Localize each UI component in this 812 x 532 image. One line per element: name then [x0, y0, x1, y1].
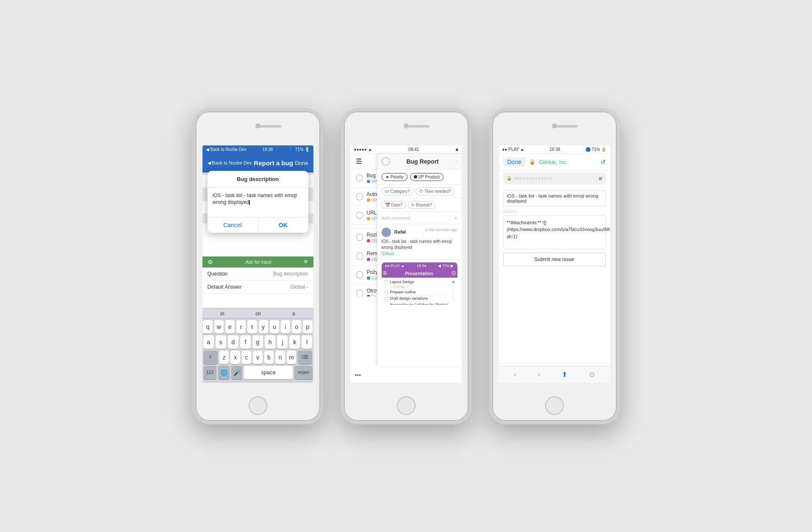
home-button-1[interactable] [249, 396, 267, 415]
phone-1: ◀ Back to Nozbe Dev 18:36 🔵 71% 🔋 ◀ Back… [192, 108, 324, 424]
share-icon[interactable]: ⬆ [562, 370, 567, 379]
key-b[interactable]: b [264, 351, 274, 364]
ask-header: ⚙ Ask for input ⚙ [202, 256, 313, 267]
date-tags: 📅 Date? ↻ Repeat? [377, 198, 462, 212]
key-l[interactable]: l [302, 335, 312, 349]
compass-icon[interactable]: ⊙ [589, 370, 595, 379]
key-o[interactable]: o [292, 320, 301, 334]
cancel-button[interactable]: Cancel [208, 217, 258, 233]
key-space[interactable]: space [244, 366, 293, 379]
vp-tag[interactable]: VP Product [410, 173, 443, 181]
phone-3: ●● PLAY ▲ 18:38 🔵 71% 🔋 Done 🔒 GitHub, I… [489, 108, 620, 424]
key-h[interactable]: h [265, 335, 275, 349]
suggestion-in[interactable]: in [220, 311, 224, 317]
suggestion-a[interactable]: a [292, 311, 295, 317]
avatar [382, 228, 391, 237]
preview-header: ☰ Presentation ⓘ [382, 269, 457, 278]
task-circle [356, 193, 363, 201]
back-icon[interactable]: ‹ [514, 370, 516, 378]
github-content: iOS - task list - task names with emoji … [499, 186, 610, 363]
preview-status-right: ◀ 72% ▶ [438, 264, 454, 268]
browser-bottom-nav: ‹ › ⬆ ⊙ [499, 366, 610, 383]
preview-task-name: Draft design variations [390, 296, 428, 301]
address-bar[interactable]: 🔒 ●●●●●●●●●●●●● ≡ [503, 173, 606, 184]
bug-panel-title: Bug Report [390, 158, 455, 165]
suggestion-on[interactable]: on [255, 311, 261, 317]
key-j[interactable]: j [277, 335, 288, 349]
gh-title-input[interactable]: iOS - task list - task names with emoji … [503, 190, 606, 206]
preview-task-sub: ♡ 2 ⏱ 8h ♡ [390, 285, 455, 289]
key-k[interactable]: k [289, 335, 300, 349]
key-t[interactable]: t [247, 320, 257, 334]
gh-body-input[interactable]: **Attachments:** ![] (https://www.dropbo… [503, 215, 606, 249]
date-tag[interactable]: 📅 Date? [382, 201, 406, 209]
key-y[interactable]: y [259, 320, 268, 334]
task-dot [367, 239, 370, 242]
key-x[interactable]: x [230, 351, 240, 364]
time-tag[interactable]: ⏱ Time needed? [416, 187, 455, 195]
task-dot [367, 295, 370, 296]
repeat-tag[interactable]: ↻ Repeat? [408, 201, 435, 209]
home-button-2[interactable] [397, 396, 416, 415]
keyboard-row-2: a s d f g h j k l [203, 335, 313, 349]
phone-2: ●●●●● ▲ 09:41 ■ ☰ Bug Rep... VP Produ... [341, 108, 472, 424]
home-button-3[interactable] [545, 396, 564, 415]
key-z[interactable]: z [219, 351, 229, 364]
ask-section: ⚙ Ask for input ⚙ Question Bug descripti… [202, 256, 313, 294]
add-comment[interactable]: Add comment ≡ [377, 212, 462, 224]
nav-back-btn[interactable]: ◀ Back to Nozbe Dev [208, 160, 252, 166]
key-m[interactable]: m [287, 351, 296, 364]
key-f[interactable]: f [240, 335, 251, 349]
date-label: Date? [391, 203, 403, 207]
star-empty-icon: ☆ [452, 290, 455, 294]
submit-issue-button[interactable]: Submit new issue [503, 253, 606, 266]
key-shift[interactable]: ⇧ [203, 351, 218, 364]
key-g[interactable]: g [252, 335, 263, 349]
clock-icon: ⏱ [419, 189, 423, 194]
key-v[interactable]: v [253, 351, 262, 364]
vp-dot [414, 175, 417, 178]
preview-circle [384, 290, 388, 294]
key-d[interactable]: d [228, 335, 238, 349]
list-icon: ≡ [454, 215, 457, 220]
dialog-input-area[interactable]: iOS - task list - task names with emoji … [208, 188, 308, 217]
refresh-icon[interactable]: ↺ [601, 159, 606, 165]
task-dot [367, 198, 370, 202]
comment-author: Rafał [394, 229, 406, 234]
key-globe[interactable]: 🌐 [218, 366, 230, 379]
menu-icon[interactable]: ≡ [599, 175, 602, 182]
priority-tag[interactable]: ★ Priority [382, 173, 407, 181]
status-time-2: 09:41 [408, 147, 419, 152]
key-u[interactable]: u [270, 320, 279, 334]
status-right-2: ■ [455, 147, 458, 152]
comment-entry: Rafał a few seconds ago iOS - task list … [377, 224, 462, 260]
comment-link[interactable]: Github [382, 251, 457, 256]
key-w[interactable]: w [214, 320, 224, 334]
ask-label-question: Question [208, 271, 228, 277]
key-s[interactable]: s [216, 335, 226, 349]
task-dot [367, 180, 370, 183]
key-p[interactable]: p [303, 320, 312, 334]
key-r[interactable]: r [236, 320, 246, 334]
key-delete[interactable]: ⌫ [298, 351, 313, 364]
key-c[interactable]: c [242, 351, 251, 364]
key-e[interactable]: e [225, 320, 235, 334]
ok-button[interactable]: OK [258, 217, 308, 233]
address-url: ●●●●●●●●●●●●● [514, 176, 553, 181]
category-tag[interactable]: 🏷 Category? [382, 187, 413, 195]
key-mic[interactable]: 🎤 [231, 366, 243, 379]
repeat-label: Repeat? [416, 203, 432, 207]
forward-icon[interactable]: › [538, 370, 540, 378]
browser-done-btn[interactable]: Done [503, 157, 526, 167]
key-q[interactable]: q [203, 320, 212, 334]
preview-status-left: ●● PLAY ▲ [385, 264, 405, 268]
nav-done-btn[interactable]: Done [295, 160, 308, 166]
key-a[interactable]: a [203, 335, 214, 349]
preview-status-bar: ●● PLAY ▲ 18:34 ◀ 72% ▶ [382, 262, 457, 269]
address-lock-icon: 🔒 [507, 176, 512, 181]
comment-text: iOS - task list - task names with emoji … [382, 239, 457, 251]
key-return[interactable]: return [294, 366, 312, 379]
key-i[interactable]: i [281, 320, 290, 334]
key-123[interactable]: 123 [203, 366, 217, 379]
key-n[interactable]: n [275, 351, 285, 364]
